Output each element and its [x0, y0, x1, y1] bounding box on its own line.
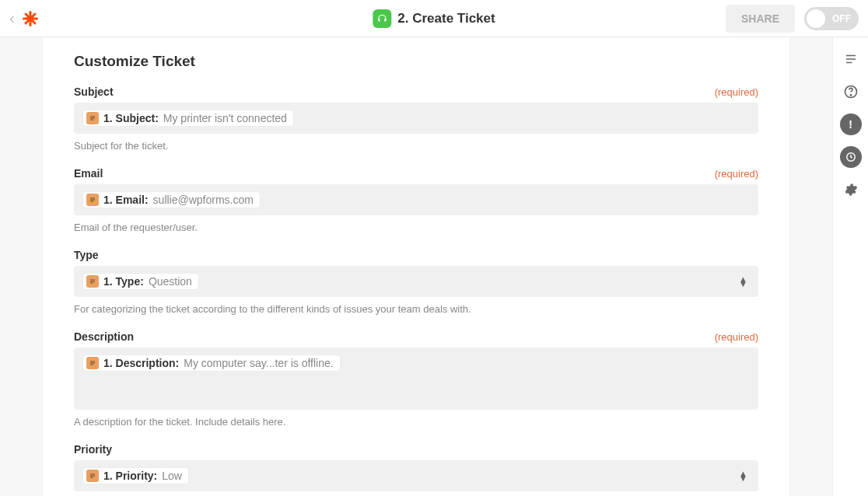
mapped-pill[interactable]: 1. Priority:Low	[83, 468, 188, 484]
svg-point-14	[850, 95, 851, 96]
history-icon[interactable]	[840, 146, 862, 168]
pill-key: 1. Description:	[103, 357, 179, 369]
svg-point-4	[27, 16, 33, 22]
topbar: ‹ 2. Create Ticket SHARE OFF	[0, 0, 868, 37]
field-label: Email	[74, 167, 103, 180]
wpforms-icon	[86, 275, 99, 288]
field-subject: Subject(required)1. Subject:My printer i…	[74, 86, 758, 152]
field-label: Description	[74, 330, 134, 343]
text-input[interactable]: 1. Subject:My printer isn't connected	[74, 103, 758, 134]
field-label: Priority	[74, 443, 112, 456]
select-input[interactable]: 1. Priority:Low▲▼	[74, 460, 758, 491]
text-input[interactable]: 1. Email:sullie@wpforms.com	[74, 184, 758, 215]
field-label: Type	[74, 249, 99, 261]
field-type: Type1. Type:Question▲▼For categorizing t…	[74, 249, 758, 315]
field-help: Subject for the ticket.	[74, 140, 758, 152]
step-title: 2. Create Ticket	[397, 11, 495, 26]
pill-key: 1. Priority:	[103, 470, 157, 482]
right-rail: !	[832, 37, 868, 496]
mapped-pill[interactable]: 1. Subject:My printer isn't connected	[83, 110, 293, 126]
help-icon[interactable]	[840, 81, 862, 103]
required-badge: (required)	[715, 331, 758, 343]
pill-value: My computer say...ter is offline.	[184, 357, 333, 369]
outline-icon[interactable]	[840, 48, 862, 70]
chevron-sort-icon: ▲▼	[739, 471, 747, 480]
wpforms-icon	[86, 357, 99, 369]
back-button[interactable]: ‹	[9, 9, 15, 27]
mapped-pill[interactable]: 1. Type:Question	[83, 274, 198, 289]
section-title: Customize Ticket	[74, 53, 758, 70]
content-scroll[interactable]: Customize Ticket Subject(required)1. Sub…	[0, 37, 832, 496]
field-help: A description for the ticket. Include de…	[74, 416, 758, 428]
pill-value: My printer isn't connected	[163, 112, 287, 124]
required-badge: (required)	[715, 86, 758, 98]
mapped-pill[interactable]: 1. Email:sullie@wpforms.com	[83, 192, 260, 208]
wpforms-icon	[86, 470, 99, 482]
step-title-wrap: 2. Create Ticket	[373, 9, 495, 28]
freshdesk-icon	[373, 9, 391, 28]
select-input[interactable]: 1. Type:Question▲▼	[74, 266, 758, 297]
alert-icon[interactable]: !	[840, 114, 862, 135]
pill-key: 1. Email:	[103, 194, 149, 206]
mapped-pill[interactable]: 1. Description:My computer say...ter is …	[83, 355, 340, 371]
field-priority: Priority1. Priority:Low▲▼Priority of the…	[74, 443, 758, 496]
field-label: Subject	[74, 86, 114, 98]
field-email: Email(required)1. Email:sullie@wpforms.c…	[74, 167, 758, 233]
share-button[interactable]: SHARE	[726, 5, 795, 33]
field-help: For categorizing the ticket according to…	[74, 303, 758, 315]
pill-value: sullie@wpforms.com	[153, 194, 254, 206]
enable-toggle[interactable]: OFF	[804, 7, 859, 30]
wpforms-icon	[86, 112, 99, 124]
pill-value: Question	[149, 275, 192, 288]
pill-key: 1. Type:	[103, 275, 144, 288]
form-card: Customize Ticket Subject(required)1. Sub…	[43, 37, 789, 496]
pill-key: 1. Subject:	[103, 112, 159, 124]
zapier-logo	[21, 9, 40, 28]
field-description: Description(required)1. Description:My c…	[74, 330, 758, 428]
textarea-input[interactable]: 1. Description:My computer say...ter is …	[74, 348, 758, 410]
field-help: Email of the requester/user.	[74, 222, 758, 233]
wpforms-icon	[86, 194, 99, 206]
pill-value: Low	[162, 470, 182, 482]
chevron-sort-icon: ▲▼	[739, 277, 747, 286]
required-badge: (required)	[715, 168, 758, 180]
settings-icon[interactable]	[840, 179, 862, 201]
